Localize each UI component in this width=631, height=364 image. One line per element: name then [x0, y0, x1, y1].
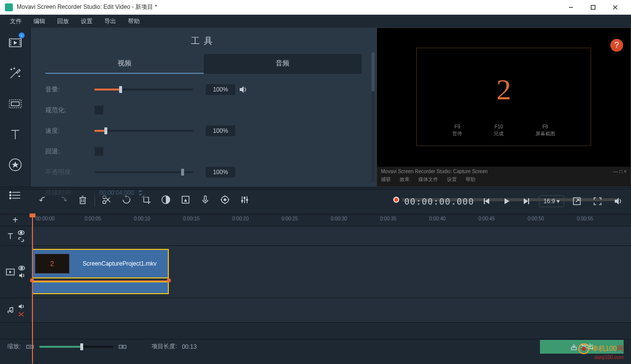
svg-point-26 — [10, 198, 11, 199]
video-track[interactable]: 2 ScreenCaptureProject1.mkv — [31, 246, 631, 298]
zoom-out-icon[interactable] — [26, 343, 34, 350]
mute-track-icon[interactable] — [18, 273, 25, 278]
menu-edit[interactable]: 编辑 — [28, 16, 51, 27]
mute-icon[interactable] — [235, 82, 251, 97]
redo-button[interactable] — [55, 192, 71, 208]
playhead[interactable] — [32, 214, 33, 364]
project-length-label: 项目长度: — [152, 342, 177, 351]
tab-audio[interactable]: 音频 — [204, 54, 362, 74]
bottom-bar: 缩放: 项目长度: 00:13 导出 — [0, 339, 631, 354]
reverse-checkbox[interactable] — [95, 147, 103, 156]
video-track-icon — [5, 268, 15, 276]
timecode: 00:00:00.000 — [404, 196, 474, 207]
add-track-button[interactable]: + — [0, 214, 31, 226]
opacity-label: 不透明度: — [45, 168, 95, 177]
window-title: Movavi Screen Recorder Studio: Edit Vide… — [17, 3, 560, 11]
menu-file[interactable]: 文件 — [4, 16, 28, 27]
clip-handle-right[interactable] — [167, 278, 171, 282]
next-frame-button[interactable] — [518, 193, 534, 209]
opacity-slider[interactable] — [95, 171, 193, 173]
svg-rect-61 — [246, 199, 248, 201]
maximize-button[interactable] — [582, 0, 604, 15]
timeline-tracks: 2 ScreenCaptureProject1.mkv — [0, 226, 631, 339]
clip-fade-line — [32, 280, 169, 281]
speed-value[interactable]: 100% — [206, 125, 235, 136]
zoom-in-icon[interactable] — [118, 343, 127, 350]
detach-preview-button[interactable] — [569, 193, 585, 209]
preview-viewport: 2 F9暂停 F10完成 F8屏幕截图 — [416, 48, 591, 146]
visibility-icon[interactable] — [18, 266, 25, 271]
audio-track-head — [0, 298, 31, 322]
speed-slider[interactable] — [95, 130, 193, 132]
svg-rect-17 — [11, 102, 19, 106]
svg-marker-74 — [9, 271, 12, 273]
tools-scrollbar[interactable] — [372, 52, 375, 182]
tab-video[interactable]: 视频 — [45, 54, 204, 74]
normalize-checkbox[interactable] — [95, 106, 103, 115]
svg-point-72 — [20, 232, 22, 234]
title-track-icon — [6, 232, 15, 241]
audio-clip[interactable] — [32, 281, 169, 294]
menu-playback[interactable]: 回放 — [51, 16, 75, 27]
preview-control-screenshot: F8屏幕截图 — [536, 123, 555, 138]
more-button[interactable] — [0, 180, 31, 211]
svg-marker-62 — [485, 198, 489, 204]
help-button[interactable]: ? — [610, 39, 623, 52]
unlink-icon[interactable] — [18, 311, 25, 317]
ruler-ticks[interactable]: 00:00:00 0:00:05 0:00:10 0:00:15 0:00:20… — [31, 214, 631, 226]
timeline-ruler[interactable]: + 00:00:00 0:00:05 0:00:10 0:00:15 0:00:… — [0, 214, 631, 226]
tools-title: 工具 — [45, 35, 362, 47]
menu-export[interactable]: 导出 — [98, 16, 122, 27]
svg-point-37 — [103, 201, 106, 204]
svg-marker-47 — [184, 199, 187, 202]
watermark-icon — [578, 343, 590, 355]
svg-marker-68 — [615, 198, 619, 205]
svg-marker-29 — [138, 190, 142, 192]
volume-slider[interactable] — [95, 89, 193, 91]
reverse-label: 回退: — [45, 147, 95, 156]
music-track-icon — [6, 306, 15, 315]
audio-track[interactable] — [31, 298, 631, 322]
svg-marker-5 — [14, 41, 17, 45]
duration-value[interactable]: 00:00:04.000 — [95, 187, 148, 198]
volume-button[interactable] — [610, 193, 626, 209]
visibility-icon[interactable] — [18, 230, 25, 235]
preview-panel: ? 2 F9暂停 F10完成 F8屏幕截图 Movavi Screen Reco… — [377, 28, 631, 187]
countdown-number: 2 — [417, 73, 591, 107]
aspect-ratio-select[interactable]: 16:9 ▾ — [539, 195, 564, 207]
zoom-slider[interactable] — [39, 346, 113, 348]
play-button[interactable] — [499, 193, 514, 209]
title-track[interactable] — [31, 226, 631, 245]
svg-marker-30 — [138, 194, 142, 196]
stickers-button[interactable] — [0, 150, 31, 180]
filters-button[interactable] — [0, 58, 31, 89]
mute-track-icon[interactable] — [18, 303, 25, 309]
transitions-button[interactable] — [0, 89, 31, 119]
minimize-button[interactable] — [560, 0, 582, 15]
menubar: 文件 编辑 回放 设置 导出 帮助 — [0, 15, 631, 28]
svg-rect-1 — [591, 5, 595, 9]
svg-point-24 — [10, 195, 11, 196]
svg-rect-59 — [241, 200, 243, 202]
capture-subwindow: Movavi Screen Recorder Studio: Capture S… — [377, 167, 631, 186]
svg-point-89 — [582, 347, 586, 351]
menu-help[interactable]: 帮助 — [122, 16, 146, 27]
video-clip[interactable]: 2 ScreenCaptureProject1.mkv — [32, 249, 169, 278]
menu-settings[interactable]: 设置 — [75, 16, 98, 27]
prev-frame-button[interactable] — [479, 193, 495, 209]
svg-point-51 — [224, 199, 226, 201]
media-button[interactable]: ! — [0, 28, 31, 58]
fullscreen-button[interactable] — [590, 193, 605, 209]
svg-marker-21 — [12, 161, 19, 168]
svg-point-14 — [19, 76, 20, 77]
left-toolbar: ! — [0, 28, 31, 187]
svg-point-76 — [21, 267, 23, 269]
volume-label: 音量: — [45, 85, 95, 94]
volume-value[interactable]: 100% — [206, 84, 235, 95]
close-button[interactable] — [604, 0, 626, 15]
project-length-value: 00:13 — [182, 343, 197, 350]
titles-button[interactable] — [0, 119, 31, 150]
link-icon[interactable] — [18, 237, 25, 242]
svg-point-22 — [10, 192, 11, 193]
opacity-value[interactable]: 100% — [206, 167, 235, 178]
